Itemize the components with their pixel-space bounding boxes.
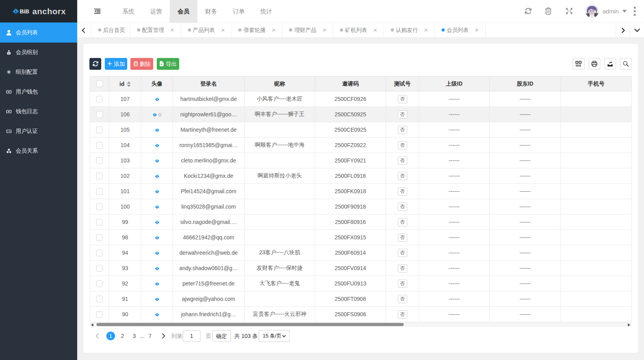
svg-text:1: 1: [8, 111, 9, 112]
svg-text:1: 1: [8, 91, 9, 93]
